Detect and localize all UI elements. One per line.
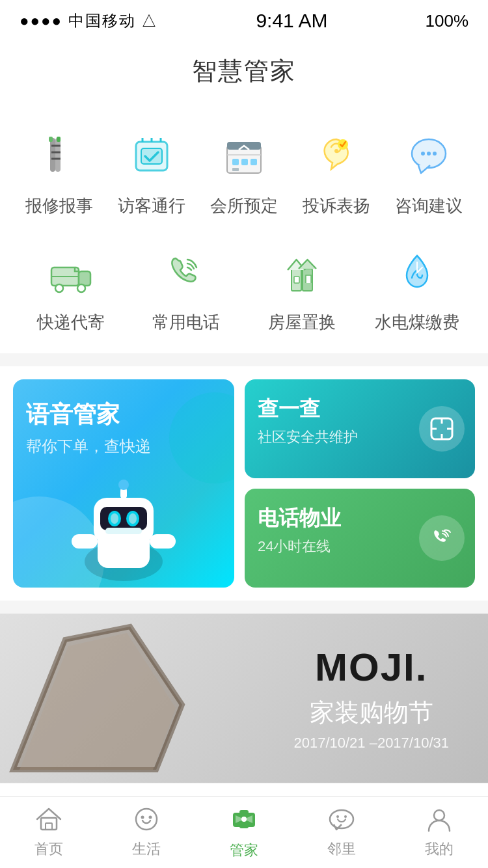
svg-rect-0 bbox=[55, 138, 61, 172]
life-nav-icon bbox=[132, 806, 161, 837]
grid-item-club[interactable]: 会所预定 bbox=[202, 127, 286, 217]
ad-title: 家装购物节 bbox=[293, 696, 449, 729]
grid-item-consult[interactable]: 咨询建议 bbox=[386, 127, 471, 217]
svg-rect-32 bbox=[294, 277, 299, 283]
nav-label-neighbor: 邻里 bbox=[327, 839, 356, 859]
nav-item-home[interactable]: 首页 bbox=[3, 806, 94, 859]
grid-label-phone: 常用电话 bbox=[152, 311, 220, 334]
time: 9:41 AM bbox=[256, 10, 327, 32]
page-title: 智慧管家 bbox=[192, 57, 296, 85]
voice-assistant-content: 语音管家 帮你下单，查快递 bbox=[13, 379, 234, 476]
carrier-signal: ●●●● 中国移动 △ bbox=[20, 10, 158, 31]
svg-rect-55 bbox=[46, 823, 52, 830]
club-icon bbox=[215, 127, 273, 185]
grid-label-complaint: 投诉表扬 bbox=[303, 195, 370, 217]
svg-rect-45 bbox=[150, 534, 176, 549]
grid-row-1: 报修报事 访客通行 bbox=[13, 127, 475, 217]
grid-label-repair: 报修报事 bbox=[25, 195, 93, 217]
ad-brand: MOJI. bbox=[293, 645, 449, 690]
bottom-nav: 首页 生活 管家 bbox=[0, 796, 488, 868]
phone-property-icon-circle bbox=[419, 515, 465, 561]
robot-figure bbox=[59, 457, 189, 588]
svg-point-40 bbox=[111, 513, 118, 524]
svg-point-62 bbox=[241, 817, 247, 822]
visitor-icon bbox=[122, 127, 181, 185]
express-icon bbox=[42, 243, 100, 302]
butler-nav-icon bbox=[228, 805, 260, 838]
grid-item-phone[interactable]: 常用电话 bbox=[144, 243, 228, 334]
grid-label-express: 快递代寄 bbox=[37, 311, 105, 334]
battery: 100% bbox=[426, 11, 469, 31]
nav-item-life[interactable]: 生活 bbox=[101, 806, 192, 859]
page-header: 智慧管家 bbox=[0, 42, 488, 107]
svg-rect-5 bbox=[57, 137, 61, 142]
svg-point-57 bbox=[141, 816, 144, 819]
voice-assistant-card[interactable]: 语音管家 帮你下单，查快递 bbox=[13, 379, 234, 588]
grid-label-utility: 水电煤缴费 bbox=[375, 311, 459, 334]
ad-mirror-svg bbox=[0, 614, 195, 783]
grid-label-club: 会所预定 bbox=[210, 195, 278, 217]
grid-item-house[interactable]: 房屋置换 bbox=[260, 243, 344, 334]
svg-rect-1 bbox=[50, 138, 55, 172]
check-icon-circle bbox=[419, 406, 465, 452]
svg-point-24 bbox=[433, 152, 437, 156]
svg-point-56 bbox=[136, 809, 157, 830]
nav-item-butler[interactable]: 管家 bbox=[198, 805, 290, 860]
svg-rect-44 bbox=[72, 534, 98, 549]
svg-rect-18 bbox=[232, 168, 239, 171]
svg-point-23 bbox=[427, 152, 431, 156]
neighbor-nav-icon bbox=[327, 806, 356, 837]
house-icon bbox=[273, 243, 331, 302]
voice-assistant-title: 语音管家 bbox=[26, 399, 221, 431]
ad-banner[interactable]: MOJI. 家装购物节 2017/10/21 –2017/10/31 bbox=[0, 614, 488, 783]
grid-label-visitor: 访客通行 bbox=[118, 195, 185, 217]
svg-rect-61 bbox=[239, 824, 249, 828]
nav-label-home: 首页 bbox=[34, 839, 63, 859]
nav-item-mine[interactable]: 我的 bbox=[394, 806, 485, 859]
svg-point-41 bbox=[129, 513, 137, 524]
grid-item-visitor[interactable]: 访客通行 bbox=[109, 127, 194, 217]
banner-right: 查一查 社区安全共维护 电话物业 24小时在线 bbox=[245, 379, 475, 588]
home-nav-icon bbox=[34, 806, 63, 837]
banner-section: 语音管家 帮你下单，查快递 bbox=[0, 366, 488, 601]
grid-label-house: 房屋置换 bbox=[268, 311, 336, 334]
utility-icon bbox=[388, 243, 446, 302]
check-card[interactable]: 查一查 社区安全共维护 bbox=[245, 379, 475, 478]
svg-rect-6 bbox=[49, 137, 53, 142]
svg-rect-16 bbox=[241, 159, 248, 165]
ad-date: 2017/10/21 –2017/10/31 bbox=[293, 735, 449, 752]
status-bar: ●●●● 中国移动 △ 9:41 AM 100% bbox=[0, 0, 488, 42]
grid-section: 报修报事 访客通行 bbox=[0, 107, 488, 353]
repair-icon bbox=[30, 127, 88, 185]
svg-rect-60 bbox=[239, 810, 249, 814]
grid-item-complaint[interactable]: 投诉表扬 bbox=[294, 127, 379, 217]
nav-item-neighbor[interactable]: 邻里 bbox=[296, 806, 387, 859]
svg-point-66 bbox=[434, 810, 444, 821]
svg-point-43 bbox=[118, 480, 129, 490]
grid-row-2: 快递代寄 常用电话 bbox=[13, 243, 475, 334]
complaint-icon bbox=[307, 127, 366, 185]
svg-rect-15 bbox=[232, 159, 239, 165]
svg-point-63 bbox=[330, 810, 353, 828]
consult-icon bbox=[400, 127, 458, 185]
divider-1 bbox=[0, 353, 488, 366]
svg-rect-37 bbox=[100, 507, 147, 530]
svg-point-22 bbox=[421, 152, 425, 156]
svg-point-65 bbox=[344, 815, 347, 818]
phone-property-card[interactable]: 电话物业 24小时在线 bbox=[245, 489, 475, 588]
svg-point-58 bbox=[149, 816, 152, 819]
svg-rect-46 bbox=[105, 528, 142, 534]
mine-nav-icon bbox=[425, 806, 454, 837]
ad-banner-content: MOJI. 家装购物节 2017/10/21 –2017/10/31 bbox=[293, 645, 449, 752]
svg-point-64 bbox=[336, 815, 339, 818]
grid-item-express[interactable]: 快递代寄 bbox=[29, 243, 113, 334]
nav-label-mine: 我的 bbox=[425, 839, 454, 859]
grid-item-repair[interactable]: 报修报事 bbox=[17, 127, 102, 217]
svg-rect-26 bbox=[79, 271, 90, 286]
grid-item-utility[interactable]: 水电煤缴费 bbox=[375, 243, 459, 334]
svg-point-28 bbox=[77, 284, 85, 292]
voice-assistant-subtitle: 帮你下单，查快递 bbox=[26, 436, 221, 457]
svg-point-27 bbox=[55, 284, 63, 292]
svg-rect-17 bbox=[251, 159, 257, 165]
grid-label-consult: 咨询建议 bbox=[395, 195, 463, 217]
